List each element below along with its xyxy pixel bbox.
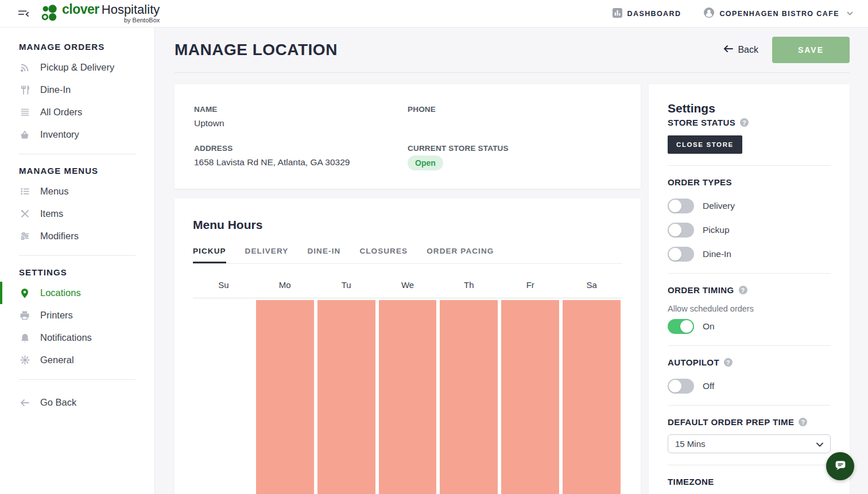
sidebar-heading-manage-menus: MANAGE MENUS — [19, 166, 154, 176]
menu-hours-chart — [193, 298, 622, 494]
sidebar-item-label: Menus — [40, 186, 69, 197]
scheduled-orders-toggle[interactable] — [668, 319, 694, 334]
sidebar-item-dine-in[interactable]: Dine-In — [0, 79, 154, 101]
printer-icon — [19, 310, 30, 320]
help-icon[interactable]: ? — [740, 118, 749, 127]
top-bar: clover Hospitality by BentoBox DASHBOARD… — [0, 0, 868, 28]
account-name: COPENHAGEN BISTRO CAFE — [719, 10, 839, 18]
sidebar-item-menus[interactable]: Menus — [0, 180, 154, 203]
sidebar-divider — [19, 255, 135, 256]
sidebar-item-notifications[interactable]: Notifications — [0, 326, 154, 349]
pickup-toggle[interactable] — [668, 223, 694, 238]
chat-launcher-button[interactable] — [826, 452, 854, 480]
autopilot-toggle[interactable] — [668, 379, 694, 394]
toggle-state-label: On — [703, 321, 715, 332]
sidebar-divider — [19, 154, 135, 154]
prep-time-select[interactable]: 15 Mins — [668, 434, 831, 453]
field-phone: PHONE — [408, 105, 621, 129]
dashboard-label: DASHBOARD — [627, 10, 681, 18]
hours-bar — [563, 300, 621, 494]
close-store-button[interactable]: CLOSE STORE — [668, 135, 742, 154]
day-label: Th — [438, 280, 499, 298]
account-menu[interactable]: COPENHAGEN BISTRO CAFE — [704, 7, 853, 20]
toggle-row-delivery: Delivery — [668, 199, 831, 213]
sidebar-item-locations[interactable]: Locations — [0, 282, 154, 304]
dine-in-toggle[interactable] — [668, 247, 694, 262]
location-phone-value — [408, 118, 621, 129]
crossed-utensils-icon — [19, 209, 30, 219]
sidebar: MANAGE ORDERS Pickup & Delivery Dine-In … — [0, 28, 155, 494]
list-icon — [19, 107, 30, 117]
tab-closures[interactable]: CLOSURES — [359, 247, 408, 263]
hours-column-sa[interactable] — [561, 298, 622, 494]
day-label: Tu — [316, 280, 377, 298]
toggle-label: Pickup — [703, 225, 730, 235]
menu-hours-card: Menu Hours PICKUP DELIVERY DINE-IN CLOSU… — [175, 199, 641, 494]
back-label: Back — [738, 45, 758, 55]
sidebar-item-label: Dine-In — [40, 84, 71, 95]
sidebar-item-inventory[interactable]: Inventory — [0, 123, 154, 146]
sidebar-item-items[interactable]: Items — [0, 203, 154, 225]
hours-column-fr[interactable] — [499, 298, 561, 494]
arrow-left-icon — [723, 45, 733, 55]
toggle-row-pickup: Pickup — [668, 223, 831, 238]
tab-pickup[interactable]: PICKUP — [193, 247, 226, 263]
utensils-icon — [19, 85, 30, 95]
sidebar-item-modifiers[interactable]: Modifiers — [0, 225, 154, 247]
delivery-toggle[interactable] — [668, 199, 694, 213]
sidebar-heading-manage-orders: MANAGE ORDERS — [19, 42, 154, 52]
location-name-value: Uptown — [194, 118, 408, 129]
toggle-label: Dine-In — [703, 249, 731, 259]
status-badge: Open — [408, 155, 443, 170]
store-status-heading: STORE STATUS ? — [668, 118, 831, 127]
sidebar-item-label: Pickup & Delivery — [40, 62, 114, 73]
toggle-knob — [680, 320, 693, 333]
help-icon[interactable]: ? — [724, 358, 733, 367]
tab-order-pacing[interactable]: ORDER PACING — [427, 247, 494, 263]
nav-dashboard[interactable]: DASHBOARD — [613, 8, 681, 20]
panel-divider — [668, 273, 831, 274]
sidebar-item-printers[interactable]: Printers — [0, 304, 154, 326]
sidebar-item-general[interactable]: General — [0, 349, 154, 371]
hours-column-we[interactable] — [377, 298, 439, 494]
tab-dine-in[interactable]: DINE-IN — [307, 247, 340, 263]
help-icon[interactable]: ? — [799, 418, 807, 426]
menu-list-icon — [19, 186, 30, 196]
day-label: Mo — [254, 280, 316, 298]
main-content: MANAGE LOCATION Back SAVE NAME Uptown — [155, 28, 868, 494]
chevron-down-icon — [816, 439, 823, 449]
sidebar-item-all-orders[interactable]: All Orders — [0, 101, 154, 123]
save-button[interactable]: SAVE — [772, 37, 850, 63]
page-title: MANAGE LOCATION — [175, 41, 338, 59]
hours-bar — [256, 300, 314, 494]
gear-icon — [19, 355, 30, 365]
scheduled-orders-label: Allow scheduled orders — [668, 304, 831, 313]
sidebar-collapse-icon[interactable] — [17, 7, 30, 20]
pin-icon — [19, 288, 30, 298]
prep-time-value: 15 Mins — [675, 439, 706, 449]
toggle-knob — [669, 380, 681, 392]
sidebar-go-back[interactable]: Go Back — [0, 391, 154, 414]
clover-mark-icon — [39, 3, 59, 25]
field-label: CURRENT STORE STATUS — [408, 144, 621, 153]
hours-column-su[interactable] — [193, 298, 254, 494]
autopilot-heading: AUTOPILOT ? — [668, 357, 831, 367]
autopilot-label: AUTOPILOT — [668, 357, 719, 367]
tab-delivery[interactable]: DELIVERY — [245, 247, 289, 263]
hours-column-mo[interactable] — [254, 298, 316, 494]
user-avatar-icon — [704, 7, 714, 20]
back-link[interactable]: Back — [723, 45, 758, 55]
day-label: We — [377, 280, 439, 298]
field-label: ADDRESS — [194, 144, 408, 153]
rss-icon — [19, 63, 30, 73]
field-address: ADDRESS 1658 Lavista Rd NE, Atlanta, GA … — [194, 144, 408, 170]
sidebar-item-pickup-delivery[interactable]: Pickup & Delivery — [0, 56, 154, 79]
menu-hours-tabs: PICKUP DELIVERY DINE-IN CLOSURES ORDER P… — [193, 247, 622, 263]
hours-column-th[interactable] — [438, 298, 499, 494]
help-icon[interactable]: ? — [739, 286, 747, 294]
toggle-row-dine-in: Dine-In — [668, 247, 831, 262]
sidebar-item-label: General — [40, 355, 74, 365]
brand-byline: by BentoBox — [124, 17, 160, 24]
hours-column-tu[interactable] — [316, 298, 377, 494]
go-back-label: Go Back — [40, 397, 76, 408]
